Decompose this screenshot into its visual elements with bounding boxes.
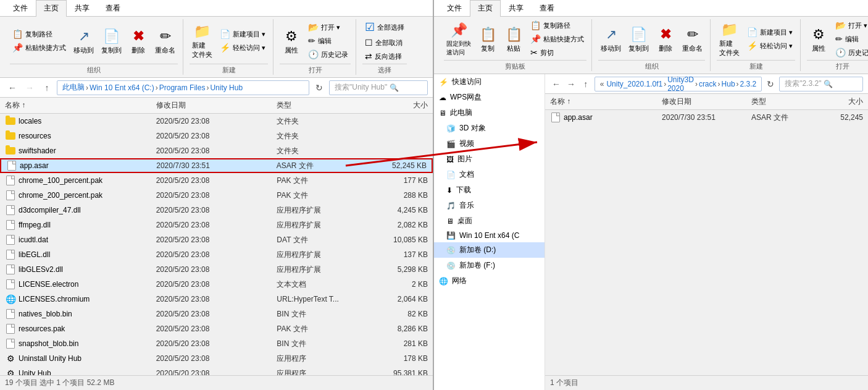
copy-to-btn[interactable]: 📄 复制到 — [99, 26, 124, 56]
edit-btn-right[interactable]: ✏ 编辑 — [833, 33, 868, 45]
sidebar-downloads[interactable]: ⬇ 下载 — [434, 182, 545, 198]
file-row-app-asar-right[interactable]: app.asar 2020/7/30 23:51 ASAR 文件 52,245 — [545, 110, 868, 125]
file-row-app-asar[interactable]: app.asar 2020/7/30 23:51 ASAR 文件 52,245 … — [0, 158, 433, 173]
new-folder-btn[interactable]: 📁 新建文件夹 — [190, 21, 215, 61]
paste-btn-right[interactable]: 📋 粘贴 — [502, 24, 525, 54]
sidebar-drive-f[interactable]: 💿 新加卷 (F:) — [434, 258, 545, 273]
refresh-btn-left[interactable]: ↻ — [312, 80, 327, 95]
sidebar-video[interactable]: 🎬 视频 — [434, 136, 545, 151]
new-folder-icon: 📁 — [193, 22, 212, 41]
copy-path-btn-right[interactable]: 📋 复制路径 — [528, 19, 586, 32]
file-row[interactable]: chrome_100_percent.pak 2020/5/20 23:08 P… — [0, 173, 433, 188]
copy-btn-right[interactable]: 📋 复制 — [476, 24, 499, 54]
pin-quick-btn[interactable]: 📌 固定到快速访问 — [444, 20, 474, 58]
edit-btn[interactable]: ✏ 编辑 — [306, 35, 351, 47]
sidebar-documents[interactable]: 📄 文档 — [434, 167, 545, 182]
file-row-unity-hub[interactable]: ⚙Unity Hub 2020/5/20 23:08 应用程序 95,381 K… — [0, 366, 433, 375]
new-folder-btn-right[interactable]: 📁 新建文件夹 — [717, 19, 742, 59]
open-btn[interactable]: 📂 打开 ▾ — [306, 21, 351, 33]
sidebar-desktop[interactable]: 🖥 桌面 — [434, 213, 545, 229]
cut-btn-right[interactable]: ✂ 剪切 — [528, 46, 586, 59]
back-btn-right[interactable]: ← — [550, 77, 562, 91]
paste-shortcut-btn-left[interactable]: 📌 粘贴快捷方式 — [10, 41, 69, 54]
easy-access-icon: ⚡ — [220, 43, 230, 53]
deselect-all-btn[interactable]: ☐ 全部取消 — [362, 36, 407, 49]
forward-btn-left[interactable]: → — [22, 80, 37, 95]
sidebar-music[interactable]: 🎵 音乐 — [434, 198, 545, 213]
move-to-btn[interactable]: ↗ 移动到 — [71, 26, 96, 56]
sidebar-pictures[interactable]: 🖼 图片 — [434, 151, 545, 167]
col-size-right[interactable]: 大小 — [819, 96, 863, 107]
file-row[interactable]: chrome_200_percent.pak 2020/5/20 23:08 P… — [0, 188, 433, 203]
forward-btn-right[interactable]: → — [565, 77, 577, 91]
easy-access-btn[interactable]: ⚡ 轻松访问 ▾ — [217, 41, 268, 54]
copy-icon-right: 📋 — [478, 25, 497, 44]
col-size-left[interactable]: 大小 — [367, 100, 428, 111]
properties-btn-right[interactable]: ⚙ 属性 — [807, 24, 830, 54]
file-row[interactable]: resources.pak 2020/5/20 23:08 PAK 文件 8,2… — [0, 321, 433, 336]
move-to-icon: ↗ — [75, 27, 93, 46]
tab-home-right[interactable]: 主页 — [470, 0, 501, 17]
col-name-right[interactable]: 名称 ↑ — [550, 96, 662, 107]
tab-file-right[interactable]: 文件 — [439, 0, 470, 16]
search-placeholder-left: 搜索"Unity Hub" — [335, 82, 387, 93]
paste-shortcut-btn-right[interactable]: 📌 粘贴快捷方式 — [528, 33, 586, 45]
file-row[interactable]: libEGL.dll 2020/5/20 23:08 应用程序扩展 137 KB — [0, 247, 433, 262]
refresh-btn-right[interactable]: ↻ — [764, 77, 777, 91]
col-type-left[interactable]: 类型 — [277, 100, 367, 111]
file-row[interactable]: d3dcompiler_47.dll 2020/5/20 23:08 应用程序扩… — [0, 203, 433, 218]
rename-btn[interactable]: ✏ 重命名 — [152, 26, 178, 56]
file-row[interactable]: ⚙Uninstall Unity Hub 2020/5/20 23:08 应用程… — [0, 351, 433, 366]
delete-btn-right[interactable]: ✖ 删除 — [654, 24, 677, 54]
easy-access-btn-right[interactable]: ⚡ 轻松访问 ▾ — [745, 40, 795, 52]
up-btn-right[interactable]: ↑ — [580, 77, 592, 91]
search-box-right[interactable]: 搜索"2.3.2" 🔍 — [779, 77, 863, 91]
copy-to-btn-right[interactable]: 📄 复制到 — [626, 24, 651, 54]
tab-view-left[interactable]: 查看 — [98, 0, 128, 16]
invert-selection-btn[interactable]: ⇄ 反向选择 — [362, 50, 407, 62]
tab-home-left[interactable]: 主页 — [36, 0, 67, 17]
search-box-left[interactable]: 搜索"Unity Hub" 🔍 — [329, 80, 428, 95]
move-to-btn-right[interactable]: ↗ 移动到 — [598, 24, 624, 54]
file-row[interactable]: natives_blob.bin 2020/5/20 23:08 BIN 文件 … — [0, 307, 433, 321]
address-path-right[interactable]: « Unity_2020.1.0f1 › Unity3D 2020 › crac… — [595, 77, 762, 91]
file-row[interactable]: 🌐LICENSES.chromium 2020/5/20 23:08 URL:H… — [0, 292, 433, 307]
properties-btn[interactable]: ⚙ 属性 — [280, 26, 303, 56]
history-btn-right[interactable]: 🕐 历史记录 — [833, 46, 868, 59]
sidebar-wps[interactable]: ☁ WPS网盘 — [434, 90, 545, 105]
rename-btn-right[interactable]: ✏ 重命名 — [680, 24, 705, 54]
up-btn-left[interactable]: ↑ — [40, 80, 54, 95]
back-btn-left[interactable]: ← — [5, 80, 20, 95]
sidebar-this-pc[interactable]: 🖥 此电脑 — [434, 105, 545, 121]
col-name-left[interactable]: 名称 ↑ — [5, 100, 156, 111]
sidebar-drive-d[interactable]: 💿 新加卷 (D:) — [434, 242, 545, 258]
select-all-btn[interactable]: ☑ 全部选择 — [362, 19, 407, 35]
file-row[interactable]: swiftshader 2020/5/20 23:08 文件夹 — [0, 143, 433, 158]
sidebar-drive-c[interactable]: 💾 Win 10 Ent x64 (C — [434, 229, 545, 242]
file-row[interactable]: resources 2020/5/20 23:08 文件夹 — [0, 129, 433, 143]
sidebar-3d[interactable]: 🧊 3D 对象 — [434, 121, 545, 136]
sidebar-network[interactable]: 🌐 网络 — [434, 273, 545, 289]
tab-file-left[interactable]: 文件 — [5, 0, 36, 16]
col-date-left[interactable]: 修改日期 — [156, 100, 277, 111]
tab-share-right[interactable]: 共享 — [501, 0, 532, 16]
file-row[interactable]: icudtl.dat 2020/5/20 23:08 DAT 文件 10,085… — [0, 232, 433, 247]
select-all-icon: ☑ — [365, 20, 375, 34]
copy-path-btn-left[interactable]: 📋 复制路径 — [10, 28, 69, 40]
open-btn-right[interactable]: 📂 打开 ▾ — [833, 19, 868, 32]
file-row[interactable]: libGLESv2.dll 2020/5/20 23:08 应用程序扩展 5,2… — [0, 262, 433, 277]
new-item-btn-right[interactable]: 📄 新建项目 ▾ — [745, 26, 795, 38]
tab-share-left[interactable]: 共享 — [67, 0, 98, 16]
sidebar-quick-access[interactable]: ⚡ 快速访问 — [434, 74, 545, 90]
file-row[interactable]: LICENSE.electron 2020/5/20 23:08 文本文档 2 … — [0, 277, 433, 292]
col-type-right[interactable]: 类型 — [751, 96, 819, 107]
history-btn[interactable]: 🕐 历史记录 — [306, 48, 351, 61]
new-item-btn[interactable]: 📄 新建项目 ▾ — [217, 28, 268, 40]
file-row[interactable]: locales 2020/5/20 23:08 文件夹 — [0, 114, 433, 129]
file-row[interactable]: ffmpeg.dll 2020/5/20 23:08 应用程序扩展 2,082 … — [0, 218, 433, 232]
address-path-left[interactable]: 此电脑 › Win 10 Ent x64 (C:) › Program File… — [57, 80, 309, 95]
col-date-right[interactable]: 修改日期 — [662, 96, 751, 107]
tab-view-right[interactable]: 查看 — [532, 0, 562, 16]
file-row[interactable]: snapshot_blob.bin 2020/5/20 23:08 BIN 文件… — [0, 336, 433, 351]
delete-btn[interactable]: ✖ 删除 — [127, 26, 150, 56]
